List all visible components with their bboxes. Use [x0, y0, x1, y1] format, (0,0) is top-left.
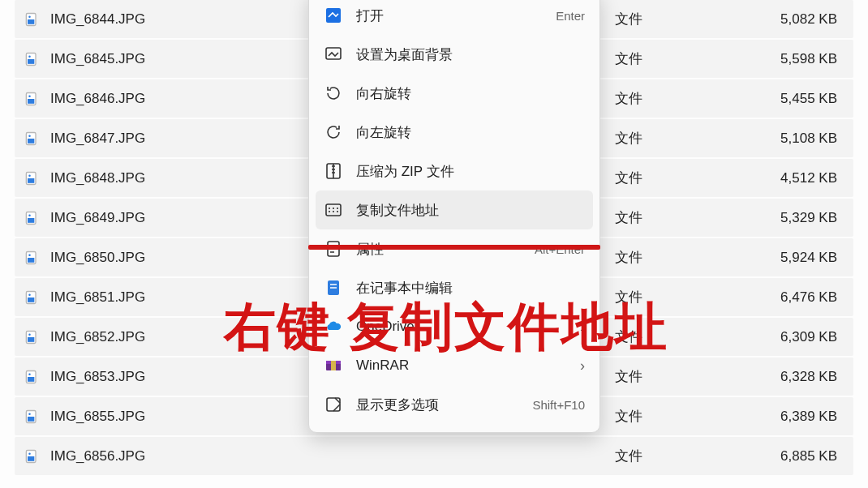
image-file-icon [23, 50, 41, 68]
file-type: 文件 [610, 10, 740, 28]
open-icon [324, 6, 343, 25]
menu-onedrive[interactable]: OneDrive › [316, 307, 593, 346]
image-file-icon [23, 249, 41, 267]
svg-rect-1 [28, 19, 34, 24]
file-size: 6,328 KB [740, 369, 853, 385]
file-size: 6,885 KB [740, 448, 853, 464]
annotation-underline [308, 245, 600, 250]
svg-point-26 [28, 333, 31, 336]
svg-point-35 [28, 452, 31, 455]
svg-point-8 [28, 95, 31, 97]
svg-rect-22 [28, 298, 34, 302]
image-file-icon [23, 447, 41, 465]
svg-point-17 [28, 214, 31, 216]
menu-label: 向右旋转 [356, 84, 585, 103]
file-size: 6,476 KB [740, 289, 853, 306]
svg-point-32 [28, 413, 31, 415]
menu-compress-zip[interactable]: 压缩为 ZIP 文件 [316, 152, 593, 190]
chevron-right-icon: › [574, 319, 585, 336]
menu-label: 打开 [356, 6, 549, 25]
menu-set-wallpaper[interactable]: 设置为桌面背景 [316, 35, 593, 74]
file-row[interactable]: IMG_6856.JPG文件6,885 KB [15, 437, 853, 475]
file-name: IMG_6856.JPG [50, 448, 610, 464]
image-file-icon [23, 209, 41, 227]
file-size: 6,309 KB [740, 329, 853, 345]
image-file-icon [23, 368, 41, 386]
file-size: 5,455 KB [740, 91, 853, 107]
file-type: 文件 [610, 447, 740, 465]
context-menu: 打开 Enter 设置为桌面背景 向右旋转 向左旋转 压缩为 ZIP 文件 复制… [308, 0, 600, 433]
winrar-icon [324, 356, 343, 375]
rotate-right-icon [324, 83, 343, 103]
svg-rect-19 [28, 258, 34, 263]
menu-label: 压缩为 ZIP 文件 [356, 162, 585, 181]
svg-rect-39 [326, 204, 341, 216]
svg-point-5 [28, 55, 31, 58]
file-size: 5,108 KB [740, 131, 853, 147]
image-file-icon [23, 90, 41, 108]
file-size: 5,329 KB [740, 210, 853, 226]
file-type: 文件 [610, 208, 740, 227]
file-type: 文件 [610, 129, 740, 148]
show-more-icon [324, 395, 343, 414]
image-file-icon [23, 169, 41, 187]
file-type: 文件 [610, 169, 740, 187]
zip-icon [324, 161, 343, 181]
svg-rect-10 [28, 139, 34, 143]
onedrive-icon [324, 317, 343, 336]
file-type: 文件 [610, 327, 740, 346]
chevron-right-icon: › [574, 357, 585, 375]
svg-rect-45 [327, 398, 340, 411]
svg-rect-36 [326, 8, 341, 23]
file-type: 文件 [610, 248, 740, 267]
image-file-icon [23, 130, 41, 148]
svg-point-11 [28, 135, 31, 137]
file-type: 文件 [610, 288, 740, 306]
svg-rect-44 [331, 361, 336, 370]
image-file-icon [23, 289, 41, 306]
menu-rotate-left[interactable]: 向左旋转 [316, 113, 593, 152]
svg-point-29 [28, 373, 31, 375]
file-type: 文件 [610, 367, 740, 386]
svg-point-14 [28, 174, 31, 177]
svg-rect-13 [28, 178, 34, 183]
menu-rotate-right[interactable]: 向右旋转 [316, 74, 593, 113]
file-size: 6,389 KB [740, 409, 853, 425]
image-file-icon [23, 11, 41, 28]
menu-label: WinRAR [356, 357, 574, 374]
menu-label: 在记事本中编辑 [356, 279, 585, 298]
file-size: 5,082 KB [740, 11, 853, 28]
menu-shortcut: Enter [549, 9, 585, 23]
menu-open[interactable]: 打开 Enter [316, 0, 593, 35]
svg-rect-28 [28, 377, 34, 382]
image-file-icon [23, 328, 41, 346]
file-size: 5,598 KB [740, 51, 853, 67]
file-size: 5,924 KB [740, 250, 853, 266]
menu-label: 显示更多选项 [356, 396, 526, 414]
wallpaper-icon [324, 45, 343, 64]
file-type: 文件 [610, 49, 740, 68]
menu-label: 设置为桌面背景 [356, 45, 585, 64]
copy-path-icon [324, 200, 343, 220]
menu-label: OneDrive [356, 319, 574, 335]
menu-shortcut: Shift+F10 [526, 398, 585, 412]
file-size: 4,512 KB [740, 170, 853, 186]
notepad-icon [324, 278, 343, 298]
svg-rect-7 [28, 99, 34, 104]
menu-label: 向左旋转 [356, 123, 585, 142]
svg-point-20 [28, 254, 31, 256]
svg-point-23 [28, 293, 31, 296]
svg-point-2 [28, 15, 31, 18]
svg-rect-25 [28, 337, 34, 342]
file-type: 文件 [610, 89, 740, 108]
menu-show-more[interactable]: 显示更多选项 Shift+F10 [316, 385, 593, 424]
file-type: 文件 [610, 407, 740, 426]
menu-copy-path[interactable]: 复制文件地址 [316, 190, 593, 229]
image-file-icon [23, 408, 41, 426]
svg-rect-4 [28, 59, 34, 64]
menu-edit-in-notepad[interactable]: 在记事本中编辑 [316, 268, 593, 307]
svg-rect-16 [28, 218, 34, 223]
menu-winrar[interactable]: WinRAR › [316, 346, 593, 385]
rotate-left-icon [324, 122, 343, 142]
menu-label: 复制文件地址 [356, 201, 585, 220]
